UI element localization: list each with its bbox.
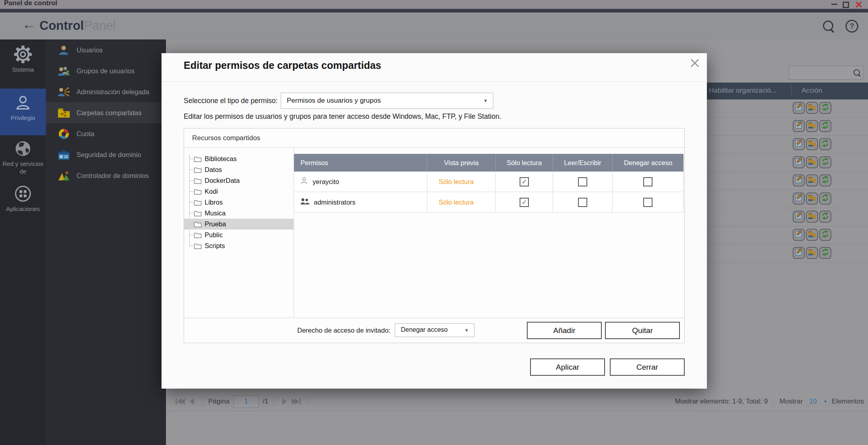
refresh-action-button[interactable]	[819, 247, 831, 259]
edit-action-button[interactable]	[793, 156, 805, 168]
edit-icon	[795, 176, 803, 185]
permissions-table: Permisos Vista previa Sólo lectura Leer/…	[294, 154, 684, 213]
folder-icon	[808, 139, 816, 149]
folder-label: Scripts	[205, 242, 225, 250]
folder-action-button[interactable]	[806, 174, 818, 186]
refresh-action-button[interactable]	[819, 156, 831, 168]
tree-item[interactable]: DockerData	[184, 175, 294, 186]
deny-access-checkbox[interactable]	[643, 177, 653, 186]
edit-action-button[interactable]	[793, 138, 805, 150]
refresh-action-button[interactable]	[819, 120, 831, 132]
tree-item[interactable]: Kodi	[184, 186, 294, 197]
tree-item[interactable]: Public	[184, 230, 294, 240]
tree-branch	[189, 213, 193, 213]
permission-row[interactable]: yeraycitoSólo lectura✓	[294, 172, 684, 192]
column-header-enable[interactable]: Habilitar organizació...	[709, 87, 777, 95]
menu-item-cuota[interactable]: Cuota	[46, 123, 166, 144]
help-icon[interactable]: ?	[845, 20, 858, 33]
remove-button[interactable]: Quitar	[605, 322, 680, 339]
minimize-icon[interactable]	[831, 4, 837, 5]
folder-action-button[interactable]	[806, 247, 818, 259]
apply-button[interactable]: Aplicar	[530, 358, 605, 376]
folder-action-button[interactable]	[806, 211, 818, 223]
refresh-action-button[interactable]	[819, 102, 831, 114]
menu-item-grupos[interactable]: Grupos de usuarios	[46, 60, 166, 81]
page-input[interactable]	[234, 395, 259, 408]
edit-action-button[interactable]	[793, 211, 805, 223]
search-icon-small	[853, 69, 860, 76]
read-only-checkbox[interactable]: ✓	[520, 177, 529, 186]
guest-access-select[interactable]: Denegar acceso ▼	[395, 323, 474, 337]
edit-action-button[interactable]	[793, 192, 805, 205]
menu-item-admin[interactable]: Administración delegada	[46, 81, 166, 102]
page-size-arrow-icon[interactable]: ▼	[823, 399, 828, 404]
back-arrow-icon[interactable]: ←	[22, 17, 36, 32]
pagination-divider	[166, 411, 868, 411]
maximize-icon[interactable]	[843, 2, 849, 8]
read-write-checkbox[interactable]	[578, 198, 587, 207]
dialog-close-icon[interactable]	[689, 57, 701, 69]
read-write-checkbox[interactable]	[578, 177, 587, 186]
permission-type-select[interactable]: Permisos de usuarios y grupos ▼	[281, 93, 493, 109]
folder-action-button[interactable]	[806, 229, 818, 241]
tree-branch	[189, 202, 193, 203]
page-size-value[interactable]: 10	[809, 397, 817, 406]
folder-label: Prueba	[205, 220, 226, 228]
folder-action-button[interactable]	[806, 102, 818, 114]
tree-item[interactable]: Prueba	[184, 219, 294, 230]
sidebar-item-label: Privilegio	[0, 114, 46, 122]
sidebar-item-label: Red y servicios de	[0, 160, 46, 175]
sidebar-item-globe[interactable]: Red y servicios de	[0, 139, 46, 175]
menu-item-controlador[interactable]: Controlador de dominios	[46, 165, 166, 186]
tree-item[interactable]: Bibliotecas	[184, 153, 294, 164]
folder-action-button[interactable]	[806, 192, 818, 205]
next-page-icon[interactable]	[282, 398, 287, 405]
edit-icon	[795, 121, 803, 131]
pagination-bar: Página /1 Mostrar elemento: 1-9, Total: …	[166, 392, 868, 411]
menu-item-usuarios[interactable]: Usuarios	[46, 39, 166, 60]
folder-label: Bibliotecas	[205, 155, 237, 163]
edit-action-button[interactable]	[793, 102, 805, 114]
first-page-icon[interactable]	[176, 398, 185, 405]
guest-access-label: Derecho de acceso de invitado:	[297, 318, 390, 343]
col-solo-lectura: Sólo lectura	[495, 154, 553, 172]
edit-action-button[interactable]	[793, 229, 805, 241]
edit-action-button[interactable]	[793, 120, 805, 132]
refresh-action-button[interactable]	[819, 229, 831, 241]
controlador-icon	[57, 170, 70, 181]
tree-item[interactable]: Scripts	[184, 240, 294, 251]
close-button[interactable]: Cerrar	[610, 358, 685, 376]
permission-name: administrators	[314, 199, 356, 206]
sidebar-item-gear[interactable]: Sistema	[0, 45, 46, 73]
refresh-action-button[interactable]	[819, 211, 831, 223]
permission-row[interactable]: administratorsSólo lectura✓	[294, 192, 684, 213]
folder-action-button[interactable]	[806, 120, 818, 132]
search-input[interactable]	[791, 67, 851, 78]
tree-item[interactable]: Libros	[184, 197, 294, 208]
close-window-icon[interactable]	[855, 1, 862, 8]
carpetas-icon	[57, 107, 70, 118]
menu-item-seguridad[interactable]: Seguridad de dominio	[46, 144, 166, 165]
tree-item[interactable]: Datos	[184, 164, 294, 175]
last-page-icon[interactable]	[292, 398, 301, 405]
prev-page-icon[interactable]	[190, 398, 194, 405]
window-title: Panel de control	[4, 0, 57, 7]
menu-item-carpetas[interactable]: Carpetas compartidas	[46, 102, 166, 123]
search-icon[interactable]	[823, 21, 833, 31]
tree-item[interactable]: Musica	[184, 208, 294, 219]
read-only-checkbox[interactable]: ✓	[520, 198, 529, 207]
edit-action-button[interactable]	[793, 247, 805, 259]
folder-action-button[interactable]	[806, 138, 818, 150]
sidebar-item-apps[interactable]: Aplicaciones	[0, 184, 46, 213]
tree-branch	[189, 180, 193, 181]
chevron-down-icon: ▼	[464, 328, 469, 333]
sidebar-item-user[interactable]: Privilegio	[0, 89, 46, 135]
refresh-action-button[interactable]	[819, 138, 831, 150]
menu-item-label: Controlador de dominios	[77, 172, 149, 180]
refresh-action-button[interactable]	[819, 174, 831, 186]
folder-action-button[interactable]	[806, 156, 818, 168]
deny-access-checkbox[interactable]	[643, 198, 653, 207]
add-button[interactable]: Añadir	[527, 322, 602, 339]
edit-action-button[interactable]	[793, 174, 805, 186]
refresh-action-button[interactable]	[819, 192, 831, 205]
